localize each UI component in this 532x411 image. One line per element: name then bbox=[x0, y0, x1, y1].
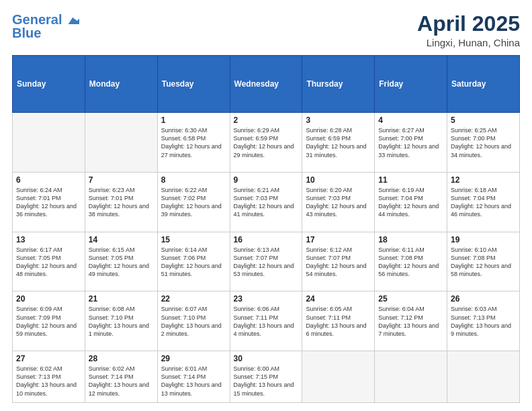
col-header-saturday: Saturday bbox=[447, 56, 520, 113]
calendar-cell: 20Sunrise: 6:09 AM Sunset: 7:09 PM Dayli… bbox=[13, 291, 85, 351]
logo-icon bbox=[67, 16, 79, 26]
calendar-cell: 28Sunrise: 6:02 AM Sunset: 7:14 PM Dayli… bbox=[85, 351, 157, 403]
day-number: 14 bbox=[89, 235, 154, 244]
day-info: Sunrise: 6:03 AM Sunset: 7:13 PM Dayligh… bbox=[451, 305, 516, 338]
day-info: Sunrise: 6:28 AM Sunset: 6:59 PM Dayligh… bbox=[306, 126, 371, 159]
header: General Blue April 2025 Lingxi, Hunan, C… bbox=[12, 12, 520, 48]
day-number: 8 bbox=[161, 175, 226, 185]
day-number: 27 bbox=[16, 354, 81, 363]
day-number: 26 bbox=[451, 294, 516, 304]
day-number: 29 bbox=[161, 354, 226, 363]
calendar-cell: 19Sunrise: 6:10 AM Sunset: 7:08 PM Dayli… bbox=[447, 232, 520, 291]
day-number: 17 bbox=[306, 235, 371, 244]
day-info: Sunrise: 6:22 AM Sunset: 7:02 PM Dayligh… bbox=[161, 186, 226, 219]
calendar-cell: 30Sunrise: 6:00 AM Sunset: 7:15 PM Dayli… bbox=[230, 351, 302, 403]
calendar-cell bbox=[302, 351, 375, 403]
calendar: SundayMondayTuesdayWednesdayThursdayFrid… bbox=[12, 55, 520, 403]
calendar-cell: 8Sunrise: 6:22 AM Sunset: 7:02 PM Daylig… bbox=[157, 172, 230, 232]
day-number: 1 bbox=[161, 116, 226, 125]
calendar-cell: 14Sunrise: 6:15 AM Sunset: 7:05 PM Dayli… bbox=[85, 232, 157, 291]
day-info: Sunrise: 6:21 AM Sunset: 7:03 PM Dayligh… bbox=[234, 186, 299, 219]
calendar-cell: 9Sunrise: 6:21 AM Sunset: 7:03 PM Daylig… bbox=[230, 172, 302, 232]
day-info: Sunrise: 6:13 AM Sunset: 7:07 PM Dayligh… bbox=[234, 246, 299, 279]
day-info: Sunrise: 6:00 AM Sunset: 7:15 PM Dayligh… bbox=[234, 365, 299, 398]
day-number: 28 bbox=[89, 354, 154, 363]
title-block: April 2025 Lingxi, Hunan, China bbox=[417, 12, 520, 48]
day-number: 19 bbox=[451, 235, 516, 244]
day-number: 21 bbox=[89, 294, 154, 304]
calendar-cell: 21Sunrise: 6:08 AM Sunset: 7:10 PM Dayli… bbox=[85, 291, 157, 351]
day-number: 13 bbox=[16, 235, 81, 244]
day-number: 20 bbox=[16, 294, 81, 304]
day-number: 7 bbox=[89, 175, 154, 185]
day-number: 18 bbox=[378, 235, 443, 244]
day-info: Sunrise: 6:08 AM Sunset: 7:10 PM Dayligh… bbox=[89, 305, 154, 338]
calendar-cell: 23Sunrise: 6:06 AM Sunset: 7:11 PM Dayli… bbox=[230, 291, 302, 351]
calendar-cell: 16Sunrise: 6:13 AM Sunset: 7:07 PM Dayli… bbox=[230, 232, 302, 291]
day-info: Sunrise: 6:23 AM Sunset: 7:01 PM Dayligh… bbox=[89, 186, 154, 219]
day-info: Sunrise: 6:12 AM Sunset: 7:07 PM Dayligh… bbox=[306, 246, 371, 279]
calendar-cell: 26Sunrise: 6:03 AM Sunset: 7:13 PM Dayli… bbox=[447, 291, 520, 351]
logo: General Blue bbox=[12, 12, 79, 40]
calendar-cell: 24Sunrise: 6:05 AM Sunset: 7:11 PM Dayli… bbox=[302, 291, 375, 351]
day-number: 15 bbox=[161, 235, 226, 244]
day-number: 24 bbox=[306, 294, 371, 304]
calendar-cell: 2Sunrise: 6:29 AM Sunset: 6:59 PM Daylig… bbox=[230, 113, 302, 173]
day-info: Sunrise: 6:02 AM Sunset: 7:13 PM Dayligh… bbox=[16, 365, 81, 398]
day-info: Sunrise: 6:27 AM Sunset: 7:00 PM Dayligh… bbox=[378, 126, 443, 159]
calendar-cell: 13Sunrise: 6:17 AM Sunset: 7:05 PM Dayli… bbox=[13, 232, 85, 291]
calendar-cell: 3Sunrise: 6:28 AM Sunset: 6:59 PM Daylig… bbox=[302, 113, 375, 173]
day-number: 4 bbox=[378, 116, 443, 125]
day-info: Sunrise: 6:07 AM Sunset: 7:10 PM Dayligh… bbox=[161, 305, 226, 338]
day-number: 25 bbox=[378, 294, 443, 304]
day-number: 9 bbox=[234, 175, 299, 185]
calendar-cell: 12Sunrise: 6:18 AM Sunset: 7:04 PM Dayli… bbox=[447, 172, 520, 232]
calendar-cell: 11Sunrise: 6:19 AM Sunset: 7:04 PM Dayli… bbox=[375, 172, 447, 232]
col-header-monday: Monday bbox=[85, 56, 157, 113]
logo-text: General bbox=[12, 12, 79, 27]
calendar-cell: 10Sunrise: 6:20 AM Sunset: 7:03 PM Dayli… bbox=[302, 172, 375, 232]
calendar-cell: 29Sunrise: 6:01 AM Sunset: 7:14 PM Dayli… bbox=[157, 351, 230, 403]
calendar-cell bbox=[85, 113, 157, 173]
day-number: 2 bbox=[234, 116, 299, 125]
day-info: Sunrise: 6:19 AM Sunset: 7:04 PM Dayligh… bbox=[378, 186, 443, 219]
day-number: 30 bbox=[234, 354, 299, 363]
day-number: 6 bbox=[16, 175, 81, 185]
day-number: 23 bbox=[234, 294, 299, 304]
calendar-cell bbox=[447, 351, 520, 403]
col-header-thursday: Thursday bbox=[302, 56, 375, 113]
col-header-sunday: Sunday bbox=[13, 56, 85, 113]
page: General Blue April 2025 Lingxi, Hunan, C… bbox=[0, 0, 532, 411]
svg-marker-0 bbox=[69, 17, 79, 24]
day-number: 11 bbox=[378, 175, 443, 185]
calendar-cell: 25Sunrise: 6:04 AM Sunset: 7:12 PM Dayli… bbox=[375, 291, 447, 351]
day-info: Sunrise: 6:04 AM Sunset: 7:12 PM Dayligh… bbox=[378, 305, 443, 338]
calendar-cell bbox=[375, 351, 447, 403]
calendar-cell bbox=[13, 113, 85, 173]
day-info: Sunrise: 6:06 AM Sunset: 7:11 PM Dayligh… bbox=[234, 305, 299, 338]
day-info: Sunrise: 6:10 AM Sunset: 7:08 PM Dayligh… bbox=[451, 246, 516, 279]
col-header-tuesday: Tuesday bbox=[157, 56, 230, 113]
calendar-cell: 1Sunrise: 6:30 AM Sunset: 6:58 PM Daylig… bbox=[157, 113, 230, 173]
day-info: Sunrise: 6:11 AM Sunset: 7:08 PM Dayligh… bbox=[378, 246, 443, 279]
day-info: Sunrise: 6:30 AM Sunset: 6:58 PM Dayligh… bbox=[161, 126, 226, 159]
calendar-cell: 15Sunrise: 6:14 AM Sunset: 7:06 PM Dayli… bbox=[157, 232, 230, 291]
day-number: 5 bbox=[451, 116, 516, 125]
day-info: Sunrise: 6:02 AM Sunset: 7:14 PM Dayligh… bbox=[89, 365, 154, 398]
calendar-cell: 27Sunrise: 6:02 AM Sunset: 7:13 PM Dayli… bbox=[13, 351, 85, 403]
title-month: April 2025 bbox=[417, 12, 520, 36]
day-info: Sunrise: 6:01 AM Sunset: 7:14 PM Dayligh… bbox=[161, 365, 226, 398]
day-number: 10 bbox=[306, 175, 371, 185]
day-number: 3 bbox=[306, 116, 371, 125]
day-info: Sunrise: 6:09 AM Sunset: 7:09 PM Dayligh… bbox=[16, 305, 81, 338]
calendar-cell: 4Sunrise: 6:27 AM Sunset: 7:00 PM Daylig… bbox=[375, 113, 447, 173]
title-location: Lingxi, Hunan, China bbox=[417, 37, 520, 48]
col-header-wednesday: Wednesday bbox=[230, 56, 302, 113]
day-info: Sunrise: 6:14 AM Sunset: 7:06 PM Dayligh… bbox=[161, 246, 226, 279]
day-info: Sunrise: 6:05 AM Sunset: 7:11 PM Dayligh… bbox=[306, 305, 371, 338]
day-number: 12 bbox=[451, 175, 516, 185]
calendar-cell: 6Sunrise: 6:24 AM Sunset: 7:01 PM Daylig… bbox=[13, 172, 85, 232]
day-info: Sunrise: 6:29 AM Sunset: 6:59 PM Dayligh… bbox=[234, 126, 299, 159]
day-info: Sunrise: 6:17 AM Sunset: 7:05 PM Dayligh… bbox=[16, 246, 81, 279]
day-info: Sunrise: 6:24 AM Sunset: 7:01 PM Dayligh… bbox=[16, 186, 81, 219]
